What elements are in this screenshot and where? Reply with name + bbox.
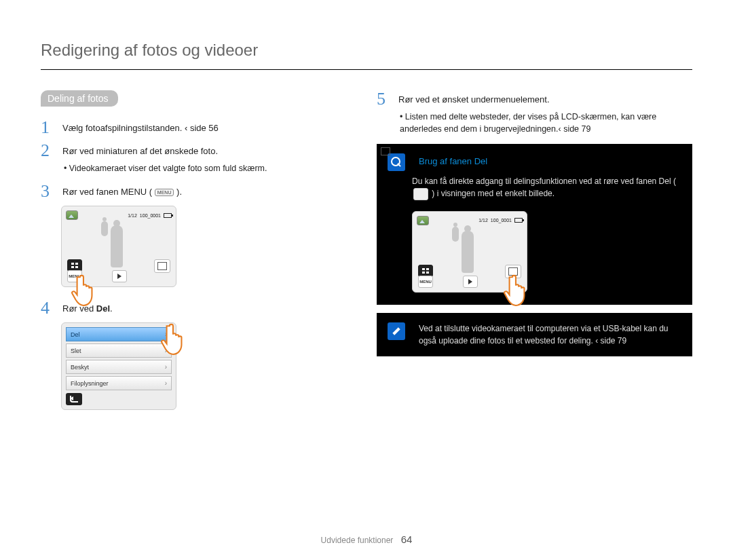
lcd-filename: 100_0001 (140, 213, 161, 218)
step-text: Rør ved (62, 303, 96, 314)
play-button[interactable] (463, 276, 478, 288)
left-column: Deling af fotos 1 Vælg fotoafspilningsti… (41, 90, 356, 410)
battery-icon (514, 218, 523, 223)
menu-item-label: Del (71, 331, 80, 338)
page-footer: Udvidede funktioner 64 (0, 534, 733, 545)
step-number: 3 (41, 183, 56, 200)
share-tab-icon (413, 188, 428, 200)
lcd-menu-list: Del› Slet› Beskyt› Filoplysninger› (61, 322, 176, 410)
step-bullet: Listen med delte websteder, der vises på… (398, 111, 692, 136)
photo-mode-icon (66, 210, 78, 220)
share-tab-button[interactable] (154, 259, 170, 273)
callout-title: Brug af fanen Del (419, 156, 487, 166)
callout-body: Du kan få direkte adgang til delingsfunk… (412, 175, 681, 200)
menu-item-label: Slet (71, 348, 81, 354)
note-pencil-icon (388, 322, 405, 340)
menu-tab-button[interactable]: MENU (418, 276, 433, 288)
magnifier-icon (388, 153, 405, 171)
step-text: Vælg fotoafspilningstilstanden. ‹ side 5… (62, 119, 219, 135)
lcd-counter: 1/12 (478, 218, 488, 223)
step-number: 4 (41, 299, 56, 317)
share-tab-button[interactable] (505, 265, 521, 278)
step-number: 1 (41, 119, 56, 136)
page-title: Redigering af fotos og videoer (41, 41, 692, 70)
step-bold: Del (96, 303, 110, 314)
chevron-right-icon: › (165, 347, 167, 354)
step-text: Rør ved fanen MENU ( (62, 187, 152, 197)
menu-tab-button[interactable]: MENU (67, 270, 82, 282)
photo-mode-icon (417, 216, 429, 225)
step-text: ). (176, 187, 182, 197)
back-button[interactable] (66, 393, 82, 405)
step-2: 2 Rør ved miniaturen af det ønskede foto… (41, 142, 356, 177)
menu-item-label: Filoplysninger (71, 380, 109, 387)
footer-page-number: 64 (401, 534, 413, 545)
step-5: 5 Rør ved et ønsket undermenuelement. Li… (377, 90, 692, 138)
battery-icon (164, 213, 172, 218)
menu-item-filoplysninger[interactable]: Filoplysninger› (66, 376, 172, 390)
step-number: 5 (377, 90, 392, 108)
step-text: Rør ved et ønsket undermenuelement. (398, 94, 550, 105)
chevron-right-icon: › (165, 363, 167, 371)
callout-note-box: Ved at tilslutte videokameraet til compu… (377, 313, 692, 356)
photo-silhouette (100, 221, 134, 272)
chevron-right-icon: › (165, 379, 167, 387)
menu-item-beskyt[interactable]: Beskyt› (66, 360, 172, 374)
menu-chip: MENU (155, 189, 174, 196)
play-button[interactable] (112, 270, 127, 282)
step-text: Rør ved miniaturen af det ønskede foto. (62, 146, 218, 156)
step-4: 4 Rør ved Del. (41, 299, 356, 317)
chevron-right-icon: › (165, 331, 167, 338)
section-pill: Deling af fotos (41, 90, 118, 107)
step-1: 1 Vælg fotoafspilningstilstanden. ‹ side… (41, 119, 356, 136)
right-column: 5 Rør ved et ønsket undermenuelement. Li… (377, 90, 692, 410)
callout-tip-box: Brug af fanen Del Du kan få direkte adga… (377, 144, 692, 305)
step-3: 3 Rør ved fanen MENU ( MENU ). (41, 183, 356, 200)
menu-item-del[interactable]: Del› (66, 327, 172, 341)
step-bullet: Videokameraet viser det valgte foto som … (62, 162, 267, 175)
menu-item-label: Beskyt (71, 364, 89, 371)
lcd-filename: 100_0001 (491, 218, 512, 223)
menu-item-slet[interactable]: Slet› (66, 343, 172, 358)
step-text: . (110, 303, 113, 314)
lcd-screenshot-menu: 1/12 100_0001 MENU (61, 206, 176, 287)
lcd-counter: 1/12 (128, 213, 137, 218)
step-number: 2 (41, 142, 56, 160)
photo-silhouette (451, 227, 485, 277)
callout-body: Ved at tilslutte videokameraet til compu… (419, 322, 681, 347)
lcd-screenshot-share: 1/12 100_0001 MENU (412, 211, 527, 293)
footer-section: Udvidede funktioner (321, 536, 394, 545)
